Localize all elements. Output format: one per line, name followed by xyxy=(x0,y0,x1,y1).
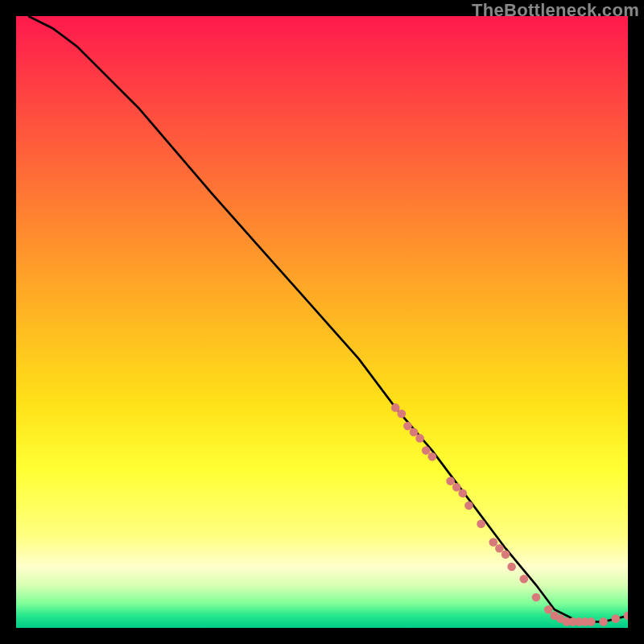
chart-svg xyxy=(16,16,628,628)
sample-point xyxy=(587,617,596,626)
sample-point xyxy=(489,538,497,547)
sample-point xyxy=(415,434,424,443)
sample-point xyxy=(427,452,436,461)
bottleneck-curve xyxy=(28,16,628,621)
sample-point xyxy=(403,422,412,431)
sample-point xyxy=(464,502,473,510)
sample-point xyxy=(446,477,455,485)
sample-point xyxy=(410,427,419,436)
sample-point xyxy=(507,563,516,572)
sample-point xyxy=(452,483,461,492)
sample-point xyxy=(624,611,628,620)
chart-frame: TheBottleneck.com xyxy=(0,0,644,644)
sample-points-group xyxy=(391,403,628,626)
sample-point xyxy=(611,614,620,623)
sample-point xyxy=(532,593,541,602)
sample-point xyxy=(422,446,431,455)
sample-point xyxy=(495,544,504,553)
sample-point xyxy=(477,519,485,528)
sample-point xyxy=(458,489,467,497)
sample-point xyxy=(502,550,510,559)
sample-point xyxy=(397,410,406,419)
plot-area xyxy=(16,16,628,628)
sample-point xyxy=(599,617,608,626)
sample-point xyxy=(519,575,528,584)
sample-point xyxy=(391,403,400,412)
sample-point xyxy=(544,605,553,614)
